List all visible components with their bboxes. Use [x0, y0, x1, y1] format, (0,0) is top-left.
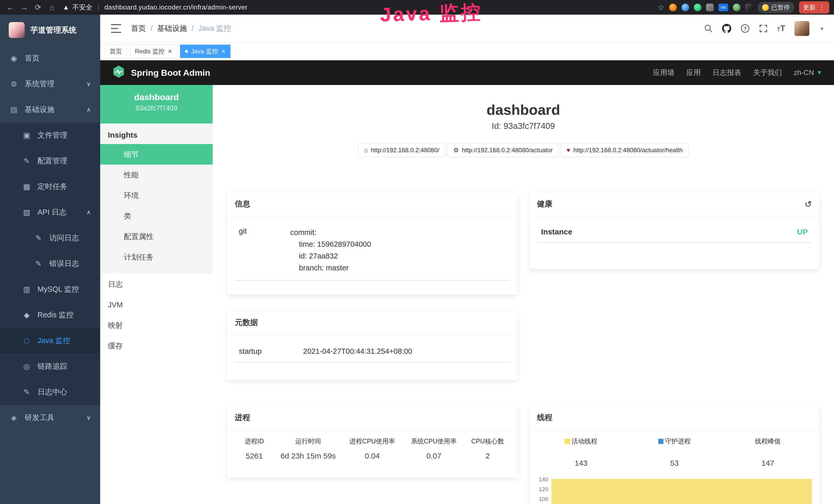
- sidebar-item-dev-tools[interactable]: ◈ 研发工具 ∨: [0, 405, 100, 431]
- sba-nav-journal[interactable]: 日志报表: [712, 68, 741, 77]
- chevron-down-icon: ▼: [816, 69, 822, 76]
- sidebar-item-system[interactable]: ⚙ 系统管理 ∨: [0, 71, 100, 97]
- infrastructure-submenu: ▣ 文件管理 ✎ 配置管理 ▦ 定时任务 ▧ API 日志 ∧ ✎ 访问日志 ✎: [0, 122, 100, 405]
- close-icon[interactable]: ✕: [168, 49, 172, 54]
- extension-v-icon[interactable]: [694, 4, 701, 11]
- sba-nav-wallboard[interactable]: 应用墙: [653, 68, 675, 77]
- search-icon[interactable]: [704, 24, 713, 33]
- info-card: 信息 git commit: time: 1596289704000 id: 2…: [227, 192, 518, 295]
- avatar[interactable]: [794, 21, 809, 36]
- extension-fox-icon[interactable]: [669, 4, 677, 11]
- sba-menu-classes[interactable]: 类: [100, 206, 213, 226]
- cards-grid: 信息 git commit: time: 1596289704000 id: 2…: [213, 192, 834, 504]
- service-url-button[interactable]: ⌂ http://192.168.0.2:48080/: [358, 143, 445, 157]
- sba-menu-details[interactable]: 细节: [100, 144, 213, 165]
- app-logo[interactable]: 芋道管理系统: [0, 15, 100, 45]
- sba-nav-applications[interactable]: 应用: [686, 68, 701, 77]
- extension-on-badge[interactable]: on: [719, 4, 728, 11]
- sba-menu-jvm[interactable]: JVM: [100, 295, 213, 315]
- service-url-label: http://192.168.0.2:48080/: [371, 146, 439, 154]
- process-card: 进程 进程ID 运行时间 进程CPU使用率 系统CPU使用率 CPU核心数: [227, 406, 518, 478]
- sidebar-item-access-log[interactable]: ✎ 访问日志: [0, 225, 100, 251]
- tab-java-monitor[interactable]: Java 监控 ✕: [180, 45, 231, 58]
- sidebar-item-file-manage[interactable]: ▣ 文件管理: [0, 122, 100, 148]
- history-icon[interactable]: ↺: [805, 200, 812, 208]
- mysql-icon: ▥: [22, 285, 31, 294]
- sidebar-item-mysql-monitor[interactable]: ▥ MySQL 监控: [0, 276, 100, 302]
- sidebar-item-tracing[interactable]: ◎ 链路追踪: [0, 353, 100, 379]
- sidebar-item-java-monitor[interactable]: □ Java 监控: [0, 328, 100, 353]
- url-separator: |: [97, 3, 100, 11]
- github-icon[interactable]: [722, 24, 731, 33]
- help-icon[interactable]: ?: [741, 24, 750, 33]
- back-icon[interactable]: ←: [5, 3, 16, 12]
- tab-redis-monitor[interactable]: Redis 监控 ✕: [130, 45, 177, 58]
- fullscreen-icon[interactable]: [759, 24, 768, 33]
- sidebar-item-label: 定时任务: [38, 182, 67, 192]
- process-col-pid: 进程ID: [234, 437, 275, 445]
- breadcrumb-section[interactable]: 基础设施: [157, 23, 187, 33]
- extension-drop-icon[interactable]: [681, 4, 689, 11]
- sba-language-select[interactable]: zh-CN ▼: [794, 69, 822, 77]
- info-card-title: 信息: [235, 199, 250, 209]
- sba-menu-logs[interactable]: 日志: [100, 274, 213, 295]
- info-commit-line: commit:: [290, 226, 506, 238]
- sba-menu-mappings[interactable]: 映射: [100, 315, 213, 336]
- sidebar-item-redis-monitor[interactable]: ◆ Redis 监控: [0, 302, 100, 328]
- sba-instance-header[interactable]: dashboard 93a3fc7f7409: [100, 85, 213, 123]
- sba-menu-environment[interactable]: 环境: [100, 185, 213, 206]
- font-size-icon[interactable]: TT: [777, 24, 785, 33]
- address-bar[interactable]: ▲ 不安全 | dashboard.yudao.iocoder.cn/infra…: [63, 3, 658, 12]
- sidebar-item-label: 文件管理: [38, 130, 67, 140]
- threads-chart-y-axis: 140 120 100: [529, 475, 551, 504]
- sidebar-item-log-center[interactable]: ✎ 日志中心: [0, 379, 100, 405]
- health-url-label: http://192.168.0.2:48080/actuator/health: [573, 146, 683, 154]
- sidebar-item-api-log[interactable]: ▧ API 日志 ∧: [0, 200, 100, 225]
- extension-leaf-icon[interactable]: [733, 4, 741, 11]
- tab-label: Java 监控: [191, 47, 218, 55]
- sba-brand[interactable]: Spring Boot Admin: [112, 65, 210, 81]
- tools-icon: ◈: [9, 413, 19, 422]
- threads-values: 143 53 147: [529, 445, 820, 467]
- extension-plugin-icon[interactable]: [745, 4, 753, 11]
- actuator-url-button[interactable]: ⚙ http://192.168.0.2:48080/actuator: [447, 143, 559, 157]
- process-cores-value: 2: [465, 452, 511, 460]
- kebab-menu-icon[interactable]: ⋮: [818, 3, 825, 11]
- legend-label: 活动线程: [571, 437, 597, 445]
- avatar-caret-icon[interactable]: ▾: [821, 25, 823, 31]
- threads-legend: 活动线程 守护进程 线程峰值: [529, 430, 820, 445]
- browser-home-icon[interactable]: ⌂: [46, 3, 58, 12]
- health-url-button[interactable]: ♥ http://192.168.0.2:48080/actuator/heal…: [561, 143, 688, 157]
- breadcrumb-separator: /: [151, 24, 153, 32]
- active-dot: [185, 50, 188, 53]
- sidebar-item-label: Redis 监控: [38, 310, 73, 320]
- tab-home[interactable]: 首页: [105, 45, 127, 58]
- info-time-line: time: 1596289704000: [290, 238, 506, 250]
- sidebar-item-config-manage[interactable]: ✎ 配置管理: [0, 148, 100, 174]
- metadata-value: 2021-04-27T00:44:31.254+08:00: [303, 347, 506, 356]
- security-label: 不安全: [72, 3, 92, 12]
- sidebar-item-infrastructure[interactable]: ▤ 基础设施 ∧: [0, 97, 100, 122]
- hamburger-icon[interactable]: [111, 24, 121, 33]
- threads-card-header: 线程: [529, 406, 820, 430]
- paused-badge[interactable]: 已暂停: [758, 2, 794, 13]
- axis-tick: 120: [529, 484, 548, 494]
- sidebar-item-scheduled-tasks[interactable]: ▦ 定时任务: [0, 174, 100, 200]
- sidebar-item-home[interactable]: ◉ 首页: [0, 45, 100, 71]
- sba-menu-caches[interactable]: 缓存: [100, 336, 213, 356]
- wrench-icon: ⚙: [453, 146, 459, 154]
- sba-menu-metrics[interactable]: 性能: [100, 165, 213, 185]
- legend-peak-threads: 线程峰值: [721, 437, 815, 445]
- bookmark-star-icon[interactable]: ☆: [658, 3, 664, 12]
- breadcrumb-home[interactable]: 首页: [131, 23, 146, 33]
- home-icon: ⌂: [364, 146, 368, 154]
- sba-menu-config-props[interactable]: 配置属性: [100, 226, 213, 247]
- sidebar-item-error-log[interactable]: ✎ 错误日志: [0, 251, 100, 276]
- sba-menu-scheduled-tasks[interactable]: 计划任务: [100, 247, 213, 267]
- close-icon[interactable]: ✕: [221, 49, 225, 54]
- reload-icon[interactable]: ⟳: [32, 3, 44, 12]
- update-button[interactable]: 更新 ⋮: [799, 1, 829, 14]
- forward-icon[interactable]: →: [19, 3, 30, 12]
- sba-nav-about[interactable]: 关于我们: [753, 68, 782, 77]
- extension-grid-icon[interactable]: [706, 4, 714, 11]
